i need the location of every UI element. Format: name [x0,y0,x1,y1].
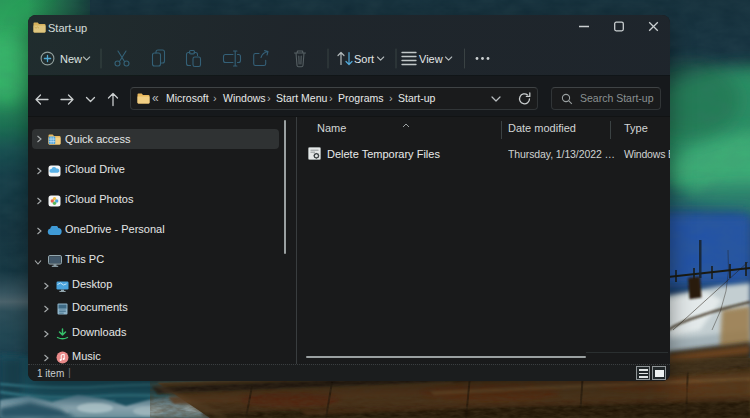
svg-text:Sort: Sort [354,53,374,65]
svg-text:View: View [419,53,443,65]
svg-text:New: New [60,53,82,65]
